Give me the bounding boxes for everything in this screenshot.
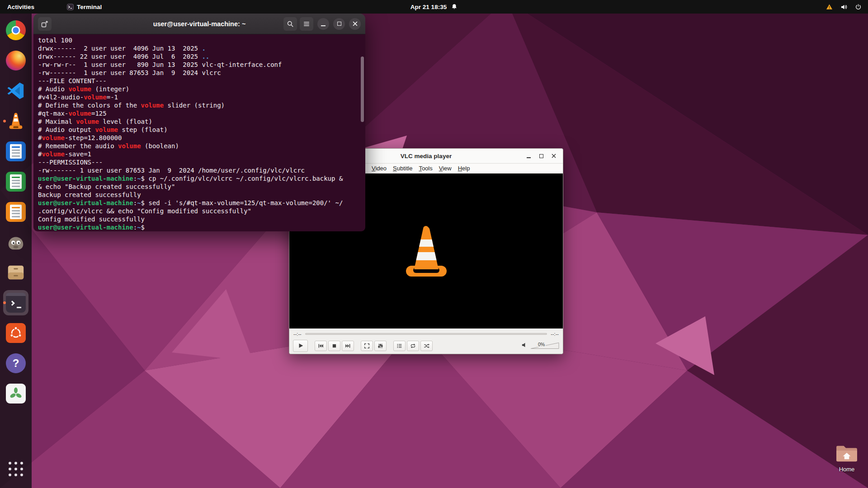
top-bar: Activities Terminal Apr 21 18:35 — [0, 0, 868, 14]
next-button[interactable] — [342, 341, 354, 351]
terminal-header-actions — [283, 17, 361, 31]
dock-item-gimp[interactable] — [3, 230, 28, 255]
loop-button[interactable] — [407, 341, 419, 351]
firefox-icon — [6, 51, 26, 70]
vscode-icon — [6, 81, 26, 101]
previous-button[interactable] — [315, 341, 327, 351]
clock-menu[interactable]: Apr 21 18:35 — [410, 0, 458, 14]
seek-slider[interactable] — [305, 333, 547, 335]
vlc-menu-subtitle[interactable]: Subtitle — [390, 165, 415, 172]
vlc-cone-logo — [400, 222, 453, 280]
terminal-title: user@user-virtual-machine: ~ — [153, 20, 246, 28]
dock-item-chrome[interactable] — [3, 18, 28, 43]
focused-app-menu[interactable]: Terminal — [60, 0, 109, 14]
random-button[interactable] — [420, 341, 433, 351]
help-icon: ? — [6, 353, 26, 373]
close-button[interactable] — [349, 18, 361, 30]
terminal-line: .config/vlc/vlcrc && echo "Config modifi… — [38, 207, 361, 215]
terminal-line: -rw------- 1 user user 87653 Jan 9 2024 … — [38, 166, 361, 174]
terminal-line: # Maximal volume level (float) — [38, 117, 361, 126]
app-grid-icon — [9, 462, 23, 476]
time-remaining: --:-- — [551, 331, 559, 337]
notification-bell-icon — [451, 4, 458, 10]
activities-button[interactable]: Activities — [0, 0, 42, 14]
vlc-controls: 0% — [289, 339, 563, 354]
minimize-button[interactable] — [317, 18, 329, 30]
vlc-menu-help[interactable]: Help — [455, 165, 473, 172]
time-elapsed: --:-- — [293, 331, 302, 337]
dock-item-snap-store[interactable] — [3, 381, 28, 406]
stop-button[interactable] — [328, 341, 340, 351]
terminal-line: # Audio output volume step (float) — [38, 126, 361, 134]
dock: ? — [0, 14, 32, 488]
vlc-menu-tools[interactable]: Tools — [415, 165, 435, 172]
terminal-output[interactable]: total 100drwx------ 2 user user 4096 Jun… — [33, 34, 365, 231]
vlc-minimize-button[interactable] — [522, 150, 535, 161]
terminal-line: #qt-max-volume=125 — [38, 109, 361, 117]
libreoffice-writer-icon — [6, 141, 26, 161]
new-tab-button[interactable] — [38, 17, 52, 31]
updates-warning-icon — [826, 4, 833, 10]
terminal-line: user@user-virtual-machine:~$ cp ~/.confi… — [38, 174, 361, 183]
terminal-app-icon — [67, 4, 74, 10]
vlc-maximize-button[interactable] — [535, 150, 547, 161]
terminal-line: # Audio volume (integer) — [38, 85, 361, 93]
terminal-line: ---FILE CONTENT--- — [38, 77, 361, 85]
terminal-line: Config modified successfully — [38, 215, 361, 223]
vlc-menu-view[interactable]: View — [436, 165, 455, 172]
extended-settings-button[interactable] — [374, 341, 387, 351]
snap-store-icon — [6, 384, 26, 404]
dock-item-libreoffice-impress[interactable] — [3, 199, 28, 225]
focused-app-name: Terminal — [77, 4, 102, 10]
volume-percent: 0% — [537, 342, 546, 347]
terminal-line: drwx------ 2 user user 4096 Jun 13 2025 … — [38, 44, 361, 52]
topbar-left: Activities Terminal — [0, 0, 109, 14]
fullscreen-button[interactable] — [361, 341, 373, 351]
home-label: Home — [833, 466, 861, 473]
terminal-titlebar[interactable]: user@user-virtual-machine: ~ — [33, 14, 365, 34]
dock-item-vlc[interactable] — [3, 108, 28, 134]
terminal-line: # Define the colors of the volume slider… — [38, 101, 361, 109]
desktop-icon-home[interactable]: Home — [833, 444, 861, 473]
playlist-button[interactable] — [393, 341, 406, 351]
ubuntu-software-icon — [6, 323, 26, 343]
clock-text: Apr 21 18:35 — [410, 4, 447, 10]
dock-item-terminal[interactable] — [3, 290, 28, 315]
maximize-button[interactable] — [333, 18, 345, 30]
terminal-line: & echo "Backup created successfully" — [38, 183, 361, 191]
menu-button[interactable] — [300, 17, 313, 31]
vlc-menu-video[interactable]: Video — [368, 165, 390, 172]
terminal-line: -rw------- 1 user user 87653 Jan 9 2024 … — [38, 69, 361, 77]
vlc-seek-row: --:-- --:-- — [289, 328, 563, 339]
chrome-icon — [6, 20, 26, 40]
system-status-area[interactable] — [826, 0, 868, 14]
help-glyph: ? — [13, 357, 19, 370]
terminal-scrollbar[interactable] — [361, 56, 364, 122]
vlc-close-button[interactable] — [547, 150, 560, 161]
files-icon — [6, 263, 26, 282]
dock-item-app-grid[interactable] — [3, 456, 28, 482]
running-indicator — [3, 120, 6, 122]
volume-slider[interactable]: 0% — [530, 342, 559, 349]
terminal-line: Backup created successfully — [38, 191, 361, 199]
play-button[interactable] — [293, 340, 308, 352]
dock-item-files[interactable] — [3, 260, 28, 285]
dock-item-ubuntu-software[interactable] — [3, 320, 28, 346]
terminal-line: #volume-save=1 — [38, 150, 361, 158]
vlc-icon — [6, 111, 26, 131]
libreoffice-impress-icon — [6, 202, 26, 222]
terminal-line: #v4l2-audio-volume=-1 — [38, 93, 361, 101]
dock-item-libreoffice-calc[interactable] — [3, 169, 28, 194]
search-button[interactable] — [283, 17, 297, 31]
mute-speaker-icon[interactable] — [521, 342, 528, 350]
vlc-window-buttons — [522, 150, 563, 161]
dock-item-firefox[interactable] — [3, 48, 28, 73]
terminal-line: user@user-virtual-machine:~$ — [38, 223, 361, 231]
terminal-line: drwx------ 22 user user 4096 Jul 6 2025 … — [38, 52, 361, 61]
dock-item-help[interactable]: ? — [3, 351, 28, 376]
terminal-icon — [6, 293, 26, 313]
dock-item-libreoffice-writer[interactable] — [3, 139, 28, 164]
power-status-icon — [855, 4, 862, 10]
terminal-line: # Remember the audio volume (boolean) — [38, 142, 361, 150]
dock-item-vscode[interactable] — [3, 78, 28, 103]
